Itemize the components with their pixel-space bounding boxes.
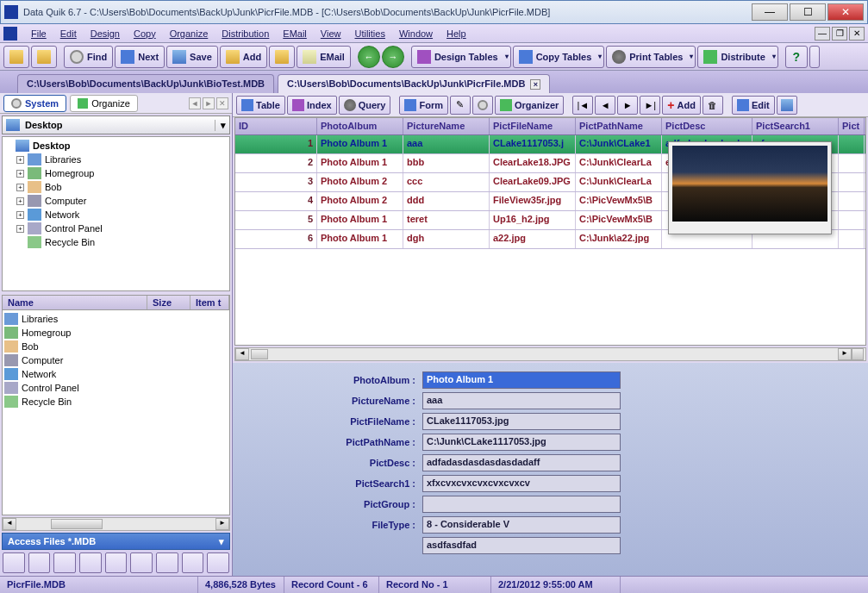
form-value-input[interactable]: asdfasdfad — [422, 537, 621, 554]
help-button[interactable]: ? — [785, 46, 808, 68]
open-folder-button[interactable] — [3, 46, 29, 68]
form-button[interactable]: Form — [399, 96, 448, 115]
leftnav-back-button[interactable]: ◄ — [189, 97, 201, 109]
print-tables-button[interactable]: Print Tables — [606, 46, 696, 68]
scroll-right-button[interactable]: ► — [215, 518, 229, 530]
grid-scroll-left[interactable]: ◄ — [235, 348, 249, 360]
distribute-button[interactable]: Distribute — [697, 46, 777, 68]
access-files-bar[interactable]: Access Files *.MDB — [2, 533, 230, 550]
index-button[interactable]: Index — [287, 96, 337, 115]
left-hscroll[interactable]: ◄ ► — [2, 517, 230, 531]
col-item[interactable]: Item t — [190, 296, 229, 309]
file-row-1[interactable]: Homegroup — [4, 326, 228, 340]
grid-col-photoalbum[interactable]: PhotoAlbum — [317, 118, 403, 134]
grid-hscroll[interactable]: ◄ ► — [234, 347, 866, 361]
tree-node-3[interactable]: +Bob — [4, 180, 228, 194]
tree-expand-icon[interactable]: + — [16, 184, 24, 191]
system-tab[interactable]: System — [3, 95, 66, 112]
grid-col-pictpathname[interactable]: PictPathName — [576, 118, 662, 134]
grid-col-pict[interactable]: Pict — [839, 118, 865, 134]
minimize-button[interactable]: — — [752, 3, 788, 21]
organizer-button[interactable]: Organizer — [495, 96, 564, 115]
pencil-button[interactable]: ✎ — [450, 96, 471, 115]
toolbar-overflow-button[interactable] — [809, 46, 820, 68]
menu-view[interactable]: View — [314, 26, 348, 41]
menu-copy[interactable]: Copy — [127, 26, 163, 41]
email-button[interactable]: EMail — [297, 46, 351, 68]
form-value-input[interactable]: 8 - Considerable V — [422, 516, 621, 534]
tree-node-7[interactable]: Recycle Bin — [4, 235, 228, 249]
query-button[interactable]: Query — [339, 96, 391, 115]
bottombtn-7[interactable] — [156, 552, 178, 573]
bottombtn-6[interactable] — [130, 552, 153, 573]
file-list[interactable]: LibrariesHomegroupBobComputerNetworkCont… — [2, 310, 230, 515]
grid-col-picturename[interactable]: PictureName — [403, 118, 490, 134]
mdi-close-button[interactable]: ✕ — [849, 27, 865, 41]
col-name[interactable]: Name — [3, 296, 147, 309]
nav-prev-button[interactable]: ◄ — [595, 96, 615, 115]
grid-scroll-right[interactable]: ► — [838, 348, 852, 360]
table-view-button[interactable]: Table — [236, 96, 285, 115]
tree-expand-icon[interactable]: + — [16, 225, 24, 233]
menu-distribution[interactable]: Distribution — [215, 26, 276, 41]
menu-window[interactable]: Window — [392, 26, 440, 41]
mdi-minimize-button[interactable]: — — [815, 27, 830, 41]
open-folder2-button[interactable] — [31, 46, 57, 68]
tree-node-2[interactable]: +Homegroup — [4, 166, 228, 180]
bottombtn-8[interactable] — [182, 552, 204, 573]
location-combo[interactable]: Desktop — [2, 115, 230, 134]
menu-file[interactable]: File — [24, 26, 53, 41]
scroll-thumb[interactable] — [51, 519, 103, 529]
form-value-input[interactable]: C:\Junk\CLake1117053.jpg — [422, 434, 621, 451]
leftnav-close-button[interactable]: ✕ — [216, 97, 228, 109]
leftnav-fwd-button[interactable]: ► — [203, 97, 215, 109]
menu-edit[interactable]: Edit — [53, 26, 84, 41]
file-row-0[interactable]: Libraries — [4, 312, 228, 326]
file-row-5[interactable]: Control Panel — [4, 381, 228, 395]
bottombtn-9[interactable] — [207, 552, 229, 573]
form-value-input[interactable]: xfxcvxcvxcvxcvxcvxcv — [422, 475, 621, 492]
tree-expand-icon[interactable]: + — [16, 197, 24, 205]
tree-node-1[interactable]: +Libraries — [4, 153, 228, 166]
maximize-button[interactable]: ☐ — [790, 3, 826, 21]
doc-tab-1[interactable]: C:\Users\Bob\Documents\BackUp\Junk\PicrF… — [278, 74, 550, 93]
zoom-button[interactable] — [472, 96, 493, 115]
save-record-button[interactable] — [777, 96, 797, 115]
file-row-3[interactable]: Computer — [4, 353, 228, 367]
organize-tab[interactable]: Organize — [70, 95, 138, 112]
grid-col-pictsearch1[interactable]: PictSearch1 — [752, 118, 839, 134]
nav-back-button[interactable]: ← — [358, 46, 380, 68]
tree-expand-icon[interactable]: + — [16, 156, 24, 164]
folder-tree[interactable]: Desktop+Libraries+Homegroup+Bob+Computer… — [2, 136, 230, 291]
tree-expand-icon[interactable]: + — [16, 211, 24, 219]
form-value-input[interactable] — [422, 496, 621, 513]
add-toolbar-button[interactable]: Add — [220, 46, 267, 68]
form-value-input[interactable]: aaa — [422, 392, 621, 409]
file-row-4[interactable]: Network — [4, 367, 228, 381]
menu-organize[interactable]: Organize — [163, 26, 215, 41]
menu-utilities[interactable]: Utilities — [347, 26, 391, 41]
bottombtn-2[interactable] — [28, 552, 51, 573]
file-row-6[interactable]: Recycle Bin — [4, 395, 228, 409]
tree-expand-icon[interactable]: + — [16, 170, 24, 178]
menu-help[interactable]: Help — [440, 26, 473, 41]
mdi-restore-button[interactable]: ❐ — [832, 27, 847, 41]
file-row-2[interactable]: Bob — [4, 340, 228, 353]
edit-button[interactable]: Edit — [732, 96, 775, 115]
grid-scroll-thumb[interactable] — [251, 349, 268, 359]
design-tables-button[interactable]: Design Tables — [411, 46, 511, 68]
menu-design[interactable]: Design — [84, 26, 127, 41]
nav-last-button[interactable]: ►| — [640, 96, 660, 115]
nav-next-button[interactable]: ► — [617, 96, 638, 115]
delete-button[interactable]: 🗑 — [703, 96, 723, 115]
add-record-button[interactable]: +Add — [662, 96, 701, 115]
bottombtn-3[interactable] — [53, 552, 76, 573]
nav-forward-button[interactable]: → — [382, 46, 404, 68]
tree-node-4[interactable]: +Computer — [4, 194, 228, 208]
tree-node-5[interactable]: +Network — [4, 208, 228, 222]
tree-node-0[interactable]: Desktop — [4, 139, 228, 153]
find-button[interactable]: Find — [64, 46, 113, 68]
next-button[interactable]: Next — [115, 46, 165, 68]
grid-vscroll-thumb[interactable] — [852, 348, 864, 360]
bottombtn-1[interactable] — [3, 552, 25, 573]
